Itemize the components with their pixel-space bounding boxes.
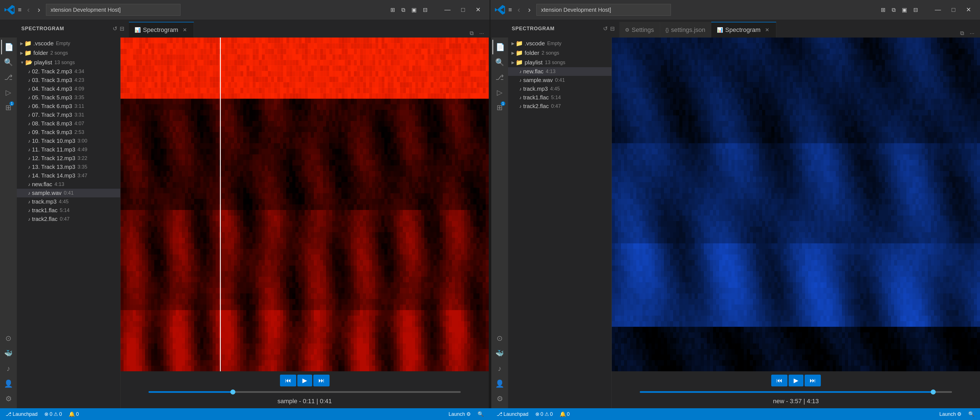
status-info-left[interactable]: 🔔 0	[67, 410, 81, 418]
tree-item-track14[interactable]: ♪ 14. Track 14.mp3 3:47	[17, 171, 120, 180]
explorer-collapse-left[interactable]: ⊟	[120, 25, 124, 32]
minimize-left[interactable]: —	[440, 5, 455, 14]
spectrogram-view-left[interactable]	[121, 38, 489, 371]
layout-btn-right-3[interactable]: ▣	[900, 5, 909, 14]
layout-btn-right-2[interactable]: ⧉	[889, 6, 898, 14]
tab-close-left[interactable]: ✕	[181, 26, 188, 33]
hamburger-left[interactable]: ≡	[18, 6, 22, 13]
address-bar-right[interactable]: xtension Development Host]	[536, 4, 671, 16]
status-errors-left[interactable]: ⊗ 0 ⚠ 0	[42, 410, 64, 418]
tree-item-playlist-right[interactable]: ▶ 📁 playlist 13 songs	[508, 58, 611, 67]
tree-item-track8[interactable]: ♪ 08. Track 8.mp3 4:07	[17, 119, 120, 128]
sidebar-icon-extensions-right[interactable]: ⊞ 1	[492, 100, 507, 115]
tree-item-track10[interactable]: ♪ 10. Track 10.mp3 3:00	[17, 136, 120, 145]
tree-item-track1flac-right[interactable]: ♪ track1.flac 5:14	[508, 93, 611, 102]
tree-item-trackmp3-left[interactable]: ♪ track.mp3 4:45	[17, 197, 120, 206]
status-errors-right[interactable]: ⊗ 0 ⚠ 0	[533, 410, 555, 418]
tree-item-track9[interactable]: ♪ 09. Track 9.mp3 2:53	[17, 128, 120, 136]
status-git-left[interactable]: ⎇ Launchpad	[3, 410, 40, 418]
sidebar-icon-search-right[interactable]: 🔍	[492, 55, 507, 70]
tab-settings-json-right[interactable]: {} settings.json	[660, 22, 711, 38]
tab-split-right[interactable]: ⧉	[958, 29, 966, 38]
progress-thumb-left[interactable]	[231, 390, 235, 395]
tree-item-track1flac-left[interactable]: ♪ track1.flac 5:14	[17, 206, 120, 215]
tab-split-left[interactable]: ⧉	[468, 29, 476, 38]
rewind-btn-left[interactable]: ⏮	[280, 375, 296, 387]
sidebar-icon-files-left[interactable]: 📄	[1, 40, 16, 54]
progress-bar-right[interactable]	[640, 391, 952, 393]
progress-thumb-right[interactable]	[931, 390, 936, 395]
sidebar-icon-music-left[interactable]: ♪	[1, 361, 16, 376]
rewind-btn-right[interactable]: ⏮	[771, 375, 788, 387]
status-launch-left[interactable]: Launch ⚙	[446, 410, 473, 418]
sidebar-icon-settings-left[interactable]: ⚙	[1, 391, 16, 406]
spectrogram-canvas-right[interactable]	[612, 38, 980, 371]
progress-container-right[interactable]	[640, 389, 952, 395]
sidebar-icon-docker-right[interactable]: 🐳	[492, 346, 507, 361]
sidebar-icon-git-left[interactable]: ⎇	[1, 70, 16, 84]
tree-item-track6[interactable]: ♪ 06. Track 6.mp3 3:11	[17, 102, 120, 111]
address-bar-left[interactable]: xtension Development Host]	[46, 4, 180, 16]
layout-btn-right-1[interactable]: ⊞	[878, 5, 888, 14]
tree-item-folder-right[interactable]: ▶ 📁 folder 2 songs	[508, 48, 611, 58]
tree-item-samplewav-right[interactable]: ♪ sample.wav 0:41	[508, 76, 611, 84]
tree-item-track12[interactable]: ♪ 12. Track 12.mp3 3:22	[17, 154, 120, 163]
tree-item-track11[interactable]: ♪ 11. Track 11.mp3 4:49	[17, 145, 120, 154]
spectrogram-view-right[interactable]	[612, 38, 980, 371]
tree-item-newflac-left[interactable]: ♪ new.flac 4:13	[17, 180, 120, 189]
spectrogram-canvas-left[interactable]	[121, 38, 489, 371]
tree-item-vscode-right[interactable]: ▶ 📁 .vscode Empty	[508, 39, 611, 48]
maximize-left[interactable]: □	[457, 5, 469, 14]
status-launch-right[interactable]: Launch ⚙	[937, 410, 964, 418]
tab-spectrogram-right[interactable]: 📊 Spectrogram ✕	[711, 22, 776, 38]
sidebar-icon-account-right[interactable]: 👤	[492, 376, 507, 391]
layout-btn-left-1[interactable]: ⊞	[388, 5, 398, 14]
sidebar-icon-search-left[interactable]: 🔍	[1, 55, 16, 70]
status-git-right[interactable]: ⎇ Launchpad	[494, 410, 531, 418]
close-right[interactable]: ✕	[961, 5, 975, 14]
sidebar-icon-debug-left[interactable]: ▷	[1, 85, 16, 100]
status-info-right[interactable]: 🔔 0	[557, 410, 572, 418]
sidebar-icon-music-right[interactable]: ♪	[492, 361, 507, 376]
tab-close-right[interactable]: ✕	[764, 26, 770, 33]
tree-item-track4[interactable]: ♪ 04. Track 4.mp3 4:09	[17, 84, 120, 93]
tree-item-newflac-right[interactable]: ♪ new.flac 4:13	[508, 67, 611, 76]
play-btn-left[interactable]: ▶	[298, 375, 312, 387]
tree-item-track7[interactable]: ♪ 07. Track 7.mp3 3:31	[17, 111, 120, 119]
sidebar-icon-remote-left[interactable]: ⊙	[1, 331, 16, 346]
play-btn-right[interactable]: ▶	[789, 375, 803, 387]
tree-item-track5[interactable]: ♪ 05. Track 5.mp3 3:35	[17, 93, 120, 102]
sidebar-icon-settings-right[interactable]: ⚙	[492, 391, 507, 406]
sidebar-icon-remote-right[interactable]: ⊙	[492, 331, 507, 346]
minimize-right[interactable]: —	[931, 5, 945, 14]
layout-btn-right-4[interactable]: ⊟	[911, 5, 920, 14]
tab-spectrogram-left[interactable]: 📊 Spectrogram ✕	[129, 22, 194, 38]
tree-item-playlist-left[interactable]: ▼ 📂 playlist 13 songs	[17, 58, 120, 67]
tree-item-track3[interactable]: ♪ 03. Track 3.mp3 4:23	[17, 76, 120, 84]
nav-forward-right[interactable]: ›	[526, 5, 533, 14]
hamburger-right[interactable]: ≡	[508, 6, 512, 13]
status-zoom-left[interactable]: 🔍	[475, 410, 486, 418]
tab-settings-right[interactable]: ⚙ Settings	[619, 22, 660, 38]
sidebar-icon-account-left[interactable]: 👤	[1, 376, 16, 391]
layout-btn-left-4[interactable]: ⊟	[421, 5, 430, 14]
layout-btn-left-2[interactable]: ⧉	[399, 6, 407, 14]
explorer-refresh-right[interactable]: ↺	[603, 25, 608, 32]
tree-item-track2[interactable]: ♪ 02. Track 2.mp3 4:34	[17, 67, 120, 76]
tree-item-track13[interactable]: ♪ 13. Track 13.mp3 3:35	[17, 163, 120, 171]
sidebar-icon-git-right[interactable]: ⎇	[492, 70, 507, 84]
tree-item-trackmp3-right[interactable]: ♪ track.mp3 4:45	[508, 84, 611, 93]
sidebar-icon-docker-left[interactable]: 🐳	[1, 346, 16, 361]
tab-more-left[interactable]: ···	[477, 29, 486, 38]
sidebar-icon-extensions-left[interactable]: ⊞ 1	[1, 100, 16, 115]
layout-btn-left-3[interactable]: ▣	[409, 5, 419, 14]
close-left[interactable]: ✕	[471, 5, 485, 14]
maximize-right[interactable]: □	[947, 5, 960, 14]
status-zoom-right[interactable]: 🔍	[966, 410, 977, 418]
sidebar-icon-files-right[interactable]: 📄	[492, 40, 507, 54]
tree-item-folder-left[interactable]: ▶ 📁 folder 2 songs	[17, 48, 120, 58]
explorer-collapse-right[interactable]: ⊟	[610, 25, 615, 32]
nav-back-left[interactable]: ‹	[25, 5, 32, 14]
tab-more-right[interactable]: ···	[967, 29, 977, 38]
forward-btn-left[interactable]: ⏭	[313, 375, 329, 387]
